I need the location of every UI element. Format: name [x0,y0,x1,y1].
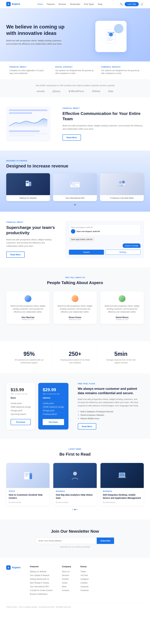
pricing-feature-optimal-1: Activity panel [43,402,64,405]
blog-cards: STATIC How to Customize Zendesk Help Cen… [6,463,144,506]
productivity-cta-button[interactable]: Read More [6,252,25,258]
footer-company-item-2[interactable]: Services [62,574,71,576]
pricing-feature-optimal-2: 150MB additional storage [43,405,64,409]
chat-header: Open new Support, build hill Open new Su… [69,224,140,236]
dot-3[interactable] [76,204,78,206]
feature-financial-label: Financial Impact [10,66,49,68]
chat-mockup: Open new Support, build hill Open new Su… [66,221,144,258]
pricing-purchase-optimal[interactable]: Purchase [43,419,64,425]
partner-salo: Salo [108,90,114,93]
revenue-card-editor: 5 Features in the Web Editor [100,173,144,201]
revenue-title: Designed to increase revenue [6,164,144,168]
testimonial-name-1: Alex MacCaw [10,316,46,318]
footer-featured-item-4[interactable]: New Finding in Testing [30,582,52,584]
productivity-title: Supercharge your team's productivity [6,225,56,236]
blog-post-title-2: How Big data Analytics Help Hobos Gain [56,494,94,500]
testimonial-text-2: Build trust with prospective clients, de… [57,304,93,314]
nav-shortcodes[interactable]: Shortcodes [70,3,80,5]
nav-features[interactable]: Features [46,3,54,5]
footer-featured-item-1[interactable]: Making our Website [30,570,52,573]
pricing-price-optimal: $29.99 [43,387,64,392]
newsletter-email-input[interactable] [36,538,97,544]
dashboard-mockup [6,107,50,141]
svg-point-21 [122,180,125,184]
svg-rect-3 [108,38,110,38]
footer-extras-item-2[interactable]: YouTube [80,574,89,576]
pricing-secure-item-1: Build a Database of Employee Records [78,410,144,414]
pricing-secure-label: Free Trial Plans [78,383,144,384]
nav-home[interactable]: Home [38,3,43,5]
footer-featured-item-5[interactable]: Your International SEO [30,585,52,588]
blog-title: Be First to Read [6,452,144,457]
revenue-cards: Making Our Website Your Interna [6,173,144,201]
nav-posttypes[interactable]: Post Types [84,3,94,5]
cta-button[interactable]: Let's Talk [125,2,139,6]
newsletter-subscribe-button[interactable]: Subscribe [97,538,114,544]
footer-logo-icon: A [6,565,10,570]
stat-desc-3: Average response time on live chat suppo… [105,358,136,364]
pricing-purchase-basic[interactable]: Purchase [10,419,31,425]
communication-section: Financial Impact Effective Communication… [0,98,150,150]
stat-response: 5min Average response time on live chat … [98,348,144,367]
footer-logo[interactable]: A Aspero [6,565,20,570]
footer-company-item-6[interactable]: Contacts [62,589,71,592]
footer-extras-list: Twitter YouTube Instagram LinkedIn Snapc… [80,570,89,592]
dot-2[interactable] [74,204,76,206]
footer-featured-item-6[interactable]: A Guide for Create Content [30,589,52,592]
footer-company-item-1[interactable]: About Us [62,570,71,573]
nav-shop[interactable]: Shop [98,3,102,5]
laptop-icon [116,471,128,480]
hero-section: We believe in coming up with innovative … [0,8,150,62]
pricing-secure: Free Trial Plans We always ensure custom… [75,383,144,430]
blog-img-3 [100,463,144,488]
footer-extras-item-6[interactable]: Facebook [80,589,89,592]
blog-dot-1[interactable] [72,509,74,510]
blog-dot-3[interactable] [76,509,78,510]
stat-presets: 250+ Amazing preset options to be mixed … [52,348,98,367]
testimonial-name-2: Strace Evans [57,316,93,318]
footer-extras-item-3[interactable]: Instagram [80,578,89,580]
chat-building-button[interactable]: Building [105,250,140,255]
stat-number-2: 250+ [55,351,95,357]
footer-company-item-3[interactable]: Portfolio [62,578,71,580]
footer-logo-text: Aspero [12,566,20,569]
footer-company-item-5[interactable]: News [62,585,71,588]
chat-support-button[interactable]: Support [69,250,104,255]
partners-logos: envato jQuery ⊕ WordPress GitHub Salo [6,90,144,93]
footer-company-list: About Us Services Portfolio Career News … [62,570,71,592]
footer-extras-item-5[interactable]: Snapchat [80,585,89,588]
comm-title: Effective Communication for Your Entire … [62,111,144,122]
pricing-secure-cta[interactable]: Read More [78,424,96,430]
svg-rect-19 [72,186,78,186]
footer-col-company: Company About Us Services Portfolio Care… [62,565,71,596]
cart-icon[interactable]: 🛒 [140,3,144,6]
chat-bubble-received: Team page builder, build hill [69,237,94,242]
comm-cta-button[interactable]: Read More [62,134,81,140]
footer-featured-item-2[interactable]: Your Update & Network [30,574,52,576]
partners-section: Join 8,000+ businesses in 140 countries … [0,80,150,98]
logo[interactable]: A Aspero [6,2,20,6]
comm-content: Financial Impact Effective Communication… [62,108,144,140]
footer-extras-item-1[interactable]: Twitter [80,570,89,573]
revenue-card-label-1: Making Our Website [6,195,50,201]
search-icon[interactable]: 🔍 [120,3,123,6]
testimonial-role-1: Software & CEO [10,318,46,320]
testimonial-name-3: Daniel Moore [104,316,140,318]
productivity-label: Financial Impact [6,222,56,223]
footer-col-extras: Extras Twitter YouTube Instagram LinkedI… [80,565,89,596]
dot-1[interactable] [72,204,74,206]
footer-featured-item-7[interactable]: Browser Notifications [30,593,52,595]
productivity-content: Financial Impact Supercharge your team's… [6,222,56,258]
testimonial-cards: Build trust with prospective clients, de… [6,292,144,324]
testimonials-label: They tell About Us [6,277,144,278]
footer-extras-item-4[interactable]: LinkedIn [80,582,89,584]
nav-services[interactable]: Services [58,3,66,5]
chat-bubble-sent: Support message [123,244,140,248]
mockup-bar-3 [9,130,40,132]
blog-dot-2[interactable] [74,509,76,510]
footer-company-item-4[interactable]: Career [62,582,71,584]
pricing-name-optimal: Optimal [43,397,64,399]
mockup-line-1 [9,133,47,134]
revenue-card-website: Making Our Website [6,173,50,201]
footer-featured-item-3[interactable]: Getting Started with Us [30,578,52,580]
